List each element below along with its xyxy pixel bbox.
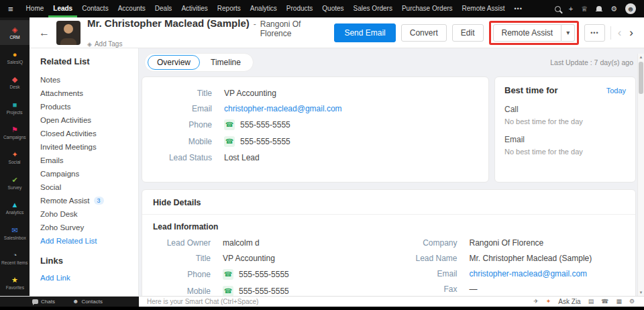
- related-item-campaigns[interactable]: Campaigns: [40, 167, 133, 180]
- trophy-icon[interactable]: ♕: [581, 5, 588, 13]
- previous-record-button[interactable]: ‹: [616, 27, 623, 38]
- sidebar-item-campaigns[interactable]: ⚑ Campaigns: [0, 120, 30, 145]
- sidebar-item-social[interactable]: ✦ Social: [0, 146, 30, 170]
- add-icon[interactable]: +: [569, 5, 573, 13]
- details-card: Hide Details Lead Information Lead Owner…: [142, 189, 636, 296]
- edit-button[interactable]: Edit: [452, 24, 484, 42]
- phone-call-icon[interactable]: ☎: [223, 286, 233, 297]
- search-icon[interactable]: [555, 6, 561, 12]
- sidebar-item-recent-items[interactable]: ◔ Recent Items: [0, 246, 30, 270]
- nav-item-deals[interactable]: Deals: [150, 0, 177, 17]
- phone-call-icon[interactable]: ☎: [224, 136, 235, 147]
- crm-icon: ◈: [12, 26, 17, 34]
- field-label: Phone: [142, 270, 223, 279]
- related-item-social[interactable]: Social: [40, 180, 133, 194]
- add-tags-label: Add Tags: [95, 40, 123, 48]
- nav-item-products[interactable]: Products: [282, 0, 317, 17]
- related-item-invited-meetings[interactable]: Invited Meetings: [40, 140, 133, 154]
- sidebar-item-crm[interactable]: ◈ CRM: [0, 20, 30, 45]
- field-phone: Phone ☎ 555-555-5555: [142, 266, 389, 282]
- nav-item-purchase-orders[interactable]: Purchase Orders: [397, 0, 458, 17]
- nav-item-leads[interactable]: Leads: [48, 0, 77, 17]
- panel-icon[interactable]: ▦: [616, 299, 622, 305]
- convert-button[interactable]: Convert: [401, 24, 447, 42]
- related-item-label: Zoho Desk: [40, 210, 78, 218]
- send-email-button[interactable]: Send Email: [334, 23, 395, 42]
- nav-item-remote-assist[interactable]: Remote Assist: [458, 0, 510, 17]
- add-related-list-link[interactable]: Add Related List: [40, 237, 97, 245]
- related-item-notes[interactable]: Notes: [40, 73, 133, 87]
- sidebar-item-label: Recent Items: [1, 260, 28, 265]
- nav-item-sales-orders[interactable]: Sales Orders: [349, 0, 397, 17]
- next-record-button[interactable]: ›: [628, 27, 635, 38]
- related-item-closed-activities[interactable]: Closed Activities: [40, 127, 133, 140]
- field-value: Lost Lead: [224, 153, 260, 162]
- field-label: Title: [142, 254, 223, 263]
- email-link[interactable]: christopher-maclead@gmail.com: [224, 104, 342, 113]
- scroll-down-arrow[interactable]: ▼: [638, 289, 644, 296]
- related-item-zoho-desk[interactable]: Zoho Desk: [40, 207, 133, 221]
- sidebar-item-analytics[interactable]: ▲ Analytics: [0, 196, 30, 221]
- ask-zia-label[interactable]: Ask Zia: [558, 298, 580, 305]
- email-link[interactable]: christopher-maclead@gmail.com: [470, 269, 588, 278]
- smart-chat-input[interactable]: [139, 298, 533, 305]
- user-avatar[interactable]: ☻: [625, 3, 636, 14]
- phone-call-icon[interactable]: ☎: [224, 119, 235, 130]
- sidebar-item-favorites[interactable]: ★ Favorites: [0, 271, 30, 296]
- back-button[interactable]: ←: [39, 27, 50, 39]
- tab-overview[interactable]: Overview: [148, 55, 200, 70]
- nav-more-icon[interactable]: •••: [509, 0, 527, 17]
- sidebar-item-survey[interactable]: ✔ Survey: [0, 170, 30, 195]
- field-title: Title VP Accounting: [142, 85, 488, 101]
- nav-item-accounts[interactable]: Accounts: [113, 0, 150, 17]
- sidebar-item-label: Campaigns: [3, 135, 26, 140]
- analytics-icon: ▲: [11, 201, 19, 209]
- notifications-bell-icon[interactable]: [596, 5, 602, 13]
- sidebar-item-projects[interactable]: ■ Projects: [0, 95, 30, 120]
- phone-call-icon[interactable]: ☎: [223, 269, 233, 280]
- sidebar-item-label: Social: [9, 160, 21, 165]
- grid-icon[interactable]: ▤: [588, 299, 594, 305]
- more-actions-button[interactable]: •••: [584, 24, 604, 42]
- add-link-link[interactable]: Add Link: [40, 274, 70, 282]
- hide-details-toggle[interactable]: Hide Details: [142, 197, 635, 215]
- lead-information-grid: Lead Owner malcolm d Title VP Accounting…: [142, 235, 635, 296]
- vertical-scrollbar[interactable]: ▲ ▼: [637, 54, 644, 296]
- lead-information-title: Lead Information: [142, 215, 635, 235]
- sidebar-item-desk[interactable]: ◆ Desk: [0, 70, 30, 95]
- nav-item-activities[interactable]: Activities: [176, 0, 212, 17]
- add-tags-button[interactable]: ◈ Add Tags: [87, 40, 334, 48]
- sidebar-item-salesiq[interactable]: ● SalesIQ: [0, 45, 30, 70]
- related-item-emails[interactable]: Emails: [40, 154, 133, 167]
- field-label: Lead Status: [142, 153, 224, 162]
- nav-item-analytics[interactable]: Analytics: [246, 0, 282, 17]
- remote-assist-button[interactable]: Remote Assist: [493, 24, 562, 42]
- field-value: Rangoni Of Florence: [470, 238, 544, 248]
- related-item-zoho-survey[interactable]: Zoho Survey: [40, 221, 133, 234]
- field-value: 555-555-5555: [240, 120, 290, 130]
- related-item-attachments[interactable]: Attachments: [40, 87, 133, 100]
- top-navigation-bar: ≡ Home Leads Contacts Accounts Deals Act…: [0, 0, 644, 17]
- nav-item-quotes[interactable]: Quotes: [317, 0, 348, 17]
- nav-item-reports[interactable]: Reports: [213, 0, 246, 17]
- scrollbar-thumb[interactable]: [639, 62, 643, 94]
- settings-gear-icon[interactable]: ⚙: [610, 5, 617, 13]
- sidebar-item-salesinbox[interactable]: ✉ SalesInbox: [0, 221, 30, 246]
- scroll-up-arrow[interactable]: ▲: [638, 54, 644, 60]
- related-item-products[interactable]: Products: [40, 100, 133, 113]
- chats-button[interactable]: Chats: [32, 299, 55, 305]
- hamburger-menu-icon[interactable]: ≡: [0, 4, 21, 14]
- phone-icon[interactable]: ☎: [601, 299, 608, 305]
- contacts-button[interactable]: ☻ Contacts: [72, 299, 103, 305]
- nav-item-home[interactable]: Home: [21, 0, 49, 17]
- remote-assist-dropdown-button[interactable]: ▾: [561, 24, 575, 42]
- settings-icon[interactable]: ⚙: [629, 299, 635, 305]
- tab-timeline[interactable]: Timeline: [201, 55, 250, 70]
- company-link[interactable]: Rangoni Of Florence: [260, 19, 335, 38]
- related-item-remote-assist[interactable]: Remote Assist 3: [40, 194, 133, 207]
- related-item-open-activities[interactable]: Open Activities: [40, 113, 133, 127]
- nav-item-contacts[interactable]: Contacts: [77, 0, 113, 17]
- today-link[interactable]: Today: [606, 87, 626, 95]
- send-icon[interactable]: ✈: [533, 299, 539, 305]
- lead-photo[interactable]: [56, 21, 80, 45]
